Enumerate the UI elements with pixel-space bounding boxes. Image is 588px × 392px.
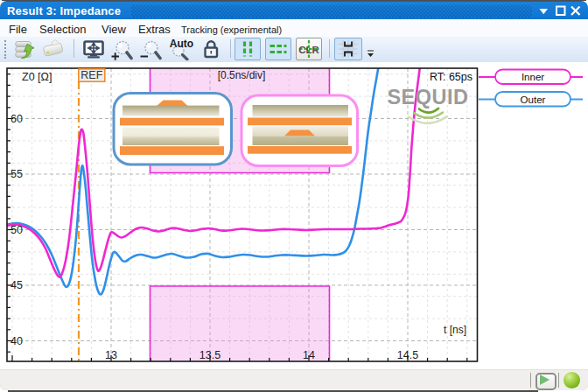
svg-text:45: 45 xyxy=(10,279,23,291)
svg-text:CLR: CLR xyxy=(298,45,319,55)
svg-text:[0.5ns/div]: [0.5ns/div] xyxy=(218,69,266,81)
svg-text:14.5: 14.5 xyxy=(397,349,418,361)
svg-text:Auto: Auto xyxy=(170,38,193,50)
svg-text:55: 55 xyxy=(10,168,23,180)
svg-text:Z0 [Ω]: Z0 [Ω] xyxy=(22,71,52,83)
svg-text:Inner: Inner xyxy=(522,72,544,82)
svg-text:13: 13 xyxy=(105,349,117,361)
svg-text:13.5: 13.5 xyxy=(200,349,220,361)
svg-text:SEQUID: SEQUID xyxy=(387,86,468,108)
svg-text:60: 60 xyxy=(10,113,23,125)
svg-text:RT: 65ps: RT: 65ps xyxy=(430,71,472,83)
svg-text:t [ns]: t [ns] xyxy=(444,324,466,336)
svg-text:REF: REF xyxy=(80,69,102,81)
svg-text:Outer: Outer xyxy=(521,94,546,105)
svg-text:14: 14 xyxy=(303,349,315,361)
svg-text:40: 40 xyxy=(10,335,23,347)
svg-text:50: 50 xyxy=(10,224,23,236)
